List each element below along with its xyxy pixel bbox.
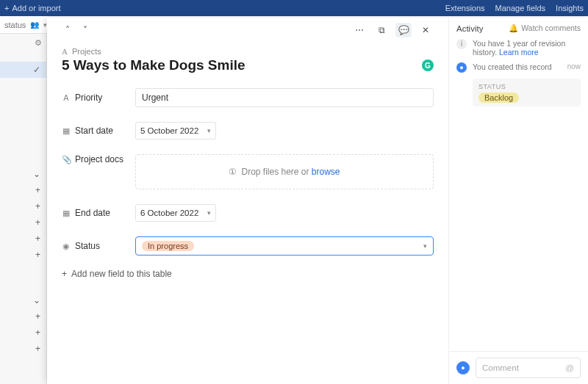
insights-button[interactable]: Insights (556, 4, 584, 12)
new-row[interactable]: + (0, 341, 46, 357)
breadcrumb: A Projects (62, 47, 434, 56)
group-by-label: status (4, 21, 26, 29)
manage-fields-button[interactable]: Manage fields (495, 4, 546, 12)
gear-icon[interactable]: ⚙ (35, 38, 42, 48)
bell-icon: 🔔 (509, 23, 518, 33)
new-row[interactable]: + (0, 198, 46, 214)
breadcrumb-label[interactable]: Projects (72, 47, 101, 56)
plus-icon: + (35, 233, 40, 244)
upload-icon: ① (229, 167, 237, 177)
chevron-down-icon: ⌄ (33, 295, 40, 305)
chevron-down-icon: ▾ (423, 242, 427, 250)
new-row[interactable]: + (0, 325, 46, 341)
start-date-picker[interactable]: 5 October 2022 ▾ (135, 122, 216, 140)
activity-title: Activity (456, 24, 483, 33)
user-avatar-icon: ● (456, 361, 470, 374)
start-date-label: ▦ Start date (62, 126, 135, 136)
new-row[interactable]: + (0, 214, 46, 231)
record-title[interactable]: 5 Ways to Make Dogs Smile (62, 57, 245, 73)
single-select-icon: ◉ (62, 242, 71, 251)
plus-icon: + (35, 311, 40, 322)
info-icon: i (456, 39, 467, 49)
start-date-value: 5 October 2022 (140, 126, 198, 135)
plus-icon: + (62, 269, 67, 279)
attachment-icon: 📎 (62, 155, 71, 164)
activity-timestamp: now (567, 62, 581, 73)
more-actions-button[interactable]: ⋯ (351, 23, 368, 37)
group-collapse[interactable]: ⌄ (0, 166, 46, 182)
left-sidebar: ⚙ ✓ ⌄ + + + + + ⌄ + + + (0, 34, 47, 384)
calendar-icon: ▦ (62, 126, 71, 136)
activity-created: ● You created this record now (456, 62, 581, 73)
plus-icon: + (35, 217, 40, 228)
extensions-button[interactable]: Extensions (445, 4, 485, 12)
status-card-value: Backlog (478, 93, 519, 103)
text-icon: A (62, 93, 71, 102)
end-date-picker[interactable]: 6 October 2022 ▾ (135, 204, 216, 222)
prev-record-button[interactable]: ˄ (62, 25, 74, 35)
plus-icon: + (35, 327, 40, 338)
plus-icon: + (35, 344, 40, 354)
group-collapse[interactable]: ⌄ (0, 292, 46, 308)
priority-input[interactable]: Urgent (135, 88, 434, 107)
project-docs-label: 📎 Project docs (62, 154, 135, 164)
activity-status-card: STATUS Backlog (473, 79, 581, 106)
add-field-label: Add new field to this table (71, 269, 172, 279)
new-row[interactable]: + (0, 308, 46, 325)
copy-link-button[interactable]: ⧉ (373, 23, 390, 37)
priority-label: A Priority (62, 93, 135, 103)
record-modal: ˄ ˅ ⋯ ⧉ 💬 ✕ A Projects 5 Ways to Make Do… (47, 18, 588, 384)
status-label: ◉ Status (62, 241, 135, 251)
next-record-button[interactable]: ˅ (79, 25, 91, 35)
people-icon[interactable]: 👥 (30, 21, 39, 29)
comments-toggle[interactable]: 💬 (395, 23, 412, 37)
dropzone-text: Drop files here or (241, 167, 311, 177)
grouped-row-selected[interactable]: ✓ (0, 62, 46, 78)
status-select[interactable]: In progress ▾ (135, 236, 434, 256)
mention-icon[interactable]: @ (565, 363, 574, 372)
learn-more-link[interactable]: Learn more (499, 48, 539, 57)
new-row[interactable]: + (0, 231, 46, 247)
status-value-tag: In progress (142, 241, 194, 251)
chevron-down-icon: ⌄ (33, 169, 40, 179)
plus-icon[interactable]: + (4, 4, 9, 12)
app-top-bar: + Add or import Extensions Manage fields… (0, 0, 588, 16)
chevron-down-icon: ▾ (207, 209, 211, 217)
comment-placeholder: Comment (482, 363, 519, 372)
comment-area: ● Comment @ (449, 351, 588, 384)
new-row[interactable]: + (0, 247, 46, 263)
user-avatar-icon: ● (456, 62, 467, 73)
add-field-button[interactable]: + Add new field to this table (62, 269, 434, 279)
watch-comments-button[interactable]: 🔔 Watch comments (509, 23, 581, 33)
status-card-label: STATUS (478, 83, 575, 90)
plus-icon: + (35, 250, 40, 260)
calendar-icon: ▦ (62, 209, 71, 218)
check-icon: ✓ (33, 65, 40, 75)
chevron-down-icon: ▾ (207, 127, 211, 134)
activity-panel: Activity 🔔 Watch comments i You have 1 y… (448, 18, 588, 384)
end-date-label: ▦ End date (62, 208, 135, 218)
comment-input[interactable]: Comment @ (476, 358, 581, 378)
new-row[interactable]: + (0, 182, 46, 198)
text-icon: A (62, 47, 68, 56)
plus-icon: + (35, 185, 40, 195)
end-date-value: 6 October 2022 (140, 209, 198, 217)
add-or-import-button[interactable]: Add or import (12, 4, 60, 12)
modal-header: ˄ ˅ ⋯ ⧉ 💬 ✕ (62, 22, 434, 38)
activity-info: i You have 1 year of revision history. L… (456, 39, 581, 57)
grammarly-icon[interactable]: G (422, 59, 434, 71)
plus-icon: + (35, 201, 40, 211)
close-button[interactable]: ✕ (417, 23, 434, 37)
project-docs-dropzone[interactable]: ① Drop files here or browse (135, 154, 434, 189)
browse-link[interactable]: browse (312, 167, 340, 177)
